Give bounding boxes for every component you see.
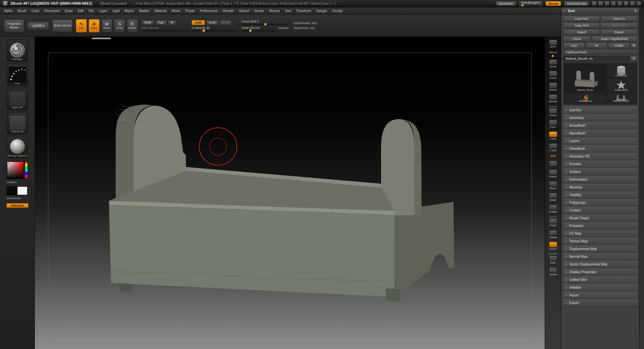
material-palette-icon[interactable] — [624, 1, 629, 6]
shelf-toggle[interactable]: Dynamic Solo — [545, 252, 561, 266]
panel-reload-icon[interactable]: ↻ — [634, 8, 637, 13]
tool-thumb-referal[interactable]: Referal_Zbrush — [607, 93, 636, 103]
z-intensity-slider[interactable]: Z Intensity 25 — [192, 26, 238, 32]
focal-shift-slider[interactable]: Focal Shift 0 — [242, 20, 289, 25]
shelf-toggle[interactable]: XYZ — [545, 153, 561, 159]
subpalette-header[interactable]: ▸ FiberMesh — [563, 145, 637, 153]
shelf-toggle[interactable]: Dynamic Persp — [545, 105, 561, 118]
menu-item[interactable]: Material — [155, 9, 167, 13]
shelf-toggle[interactable]: Scroll — [545, 58, 561, 70]
menu-item[interactable]: Transform — [296, 9, 311, 13]
subpalette-header[interactable]: ▸ Export — [563, 299, 637, 307]
menu-item[interactable]: Stencil — [239, 9, 249, 13]
menu-item[interactable]: Draw — [65, 9, 72, 13]
subpalette-header[interactable]: ▸ Contact — [563, 207, 637, 214]
brush-selector[interactable]: Standard — [7, 40, 28, 62]
panel-collapse-icon[interactable]: « — [563, 9, 565, 13]
texture-palette-icon[interactable] — [598, 1, 603, 6]
alpha-selector[interactable]: Alpha Off — [7, 88, 28, 110]
scale-button[interactable]: S Scale — [114, 19, 125, 33]
subpalette-header[interactable]: ▸ Display Properties — [563, 268, 637, 276]
shelf-toggle[interactable]: Xpose — [545, 266, 561, 278]
subpalette-header[interactable]: ▸ Import — [563, 291, 637, 299]
goz-r-button[interactable]: R — [631, 43, 637, 48]
stroke-selector[interactable]: Dots — [7, 64, 28, 86]
shelf-toggle[interactable]: Local — [545, 130, 561, 142]
menu-item[interactable]: Edit — [78, 9, 84, 13]
subpalette-header[interactable]: ▸ Geometry HD — [563, 153, 637, 160]
shelf-toggle[interactable]: Rotate — [545, 203, 561, 215]
subpalette-header[interactable]: ▸ Polypaint — [563, 222, 637, 230]
goz-all-button[interactable]: All — [586, 43, 607, 48]
subpalette-header[interactable]: ▸ Texture Map — [563, 237, 637, 245]
secondary-color-swatch[interactable] — [17, 186, 28, 195]
main-color-swatch[interactable] — [7, 186, 17, 195]
canvas-scrollbar[interactable] — [92, 38, 111, 39]
menu-item[interactable]: Preferences — [200, 9, 218, 13]
brush-palette-icon[interactable] — [592, 1, 597, 6]
make-polymesh3d-button[interactable]: Make PolyMesh3D — [592, 36, 637, 42]
subpalette-header[interactable]: ▸ Preview — [563, 160, 637, 168]
edit-button[interactable]: ✎ Edit — [76, 19, 87, 33]
clone-button[interactable]: Clone — [563, 36, 591, 42]
m-button[interactable]: M — [168, 20, 176, 25]
import-button[interactable]: Import — [563, 29, 600, 35]
subpalette-header[interactable]: ▸ Polygroups — [563, 199, 637, 207]
menu-item[interactable]: Tool — [285, 9, 291, 13]
switch-color[interactable] — [7, 186, 28, 195]
mrgb-button[interactable]: Mrgb — [141, 20, 154, 25]
shelf-toggle[interactable]: Ghost — [545, 240, 561, 252]
alpha-palette-icon[interactable] — [604, 1, 609, 6]
material-selector[interactable]: MatCap GreenClay — [7, 136, 28, 158]
save-as-button[interactable]: Save As — [601, 16, 637, 21]
menu-item[interactable]: Picker — [185, 9, 195, 13]
subpalette-header[interactable]: ▸ Vector Displacement Map — [563, 260, 637, 268]
goz-visible-button[interactable]: Visible — [608, 43, 630, 48]
shelf-toggle[interactable]: Scale — [545, 191, 561, 203]
shelf-toggle[interactable]: SPix 3 — [545, 50, 561, 58]
draw-size-slider[interactable]: Draw Size 64 Dynamic — [242, 26, 289, 32]
active-tool-name[interactable]: Referal_Zbrush. 41 — [563, 56, 630, 61]
zadd-button[interactable]: Zadd — [192, 20, 205, 25]
quicksave-button[interactable]: QuickSave — [495, 1, 516, 6]
subpalette-header[interactable]: ▸ NanoMesh — [563, 129, 637, 137]
paste-tool-button[interactable]: Paste Tool — [601, 22, 637, 28]
menu-item[interactable]: Render — [223, 9, 234, 13]
shelf-toggle[interactable]: Floor — [545, 118, 561, 130]
subpalette-header[interactable]: ▸ Morph Target — [563, 214, 637, 222]
draw-button[interactable]: ⊕ Draw — [89, 19, 100, 33]
subpalette-header[interactable]: ▸ ArrayMesh — [563, 122, 637, 129]
right-tray-divider[interactable] — [639, 7, 644, 349]
zsub-button[interactable]: Zsub — [206, 20, 219, 25]
export-button[interactable]: Export — [601, 29, 637, 35]
menu-item[interactable]: File — [89, 9, 94, 13]
goz-button[interactable]: GoZ — [563, 43, 585, 48]
subpalette-header[interactable]: ▸ Masking — [563, 183, 637, 191]
menu-item[interactable]: Stroke — [254, 9, 264, 13]
projection-master-button[interactable]: Projection Master — [4, 19, 24, 32]
shelf-toggle[interactable]: Actual — [545, 81, 561, 93]
load-tool-button[interactable]: Load Tool — [563, 16, 600, 21]
quick-sketch-button[interactable]: Quick Sketch — [52, 19, 72, 32]
menu-item[interactable]: Brush — [18, 9, 26, 13]
rgb-intensity-slider[interactable]: Rgb Intensity — [141, 26, 188, 32]
menu-item[interactable]: Zplugin — [316, 9, 327, 13]
shelf-toggle[interactable]: BPR — [545, 38, 561, 50]
subpalette-header[interactable]: ▸ Layers — [563, 137, 637, 145]
alternate-button[interactable]: Alternate — [6, 203, 29, 208]
shelf-toggle[interactable] — [545, 159, 561, 168]
subpalette-header[interactable]: ▸ Displacement Map — [563, 245, 637, 253]
lightbox-button[interactable]: LightBox — [28, 22, 49, 30]
subpalette-header[interactable]: ▸ SubTool — [563, 106, 637, 114]
stroke-palette-icon[interactable] — [611, 1, 616, 6]
subpalette-header[interactable]: ▸ Normal Map — [563, 253, 637, 260]
see-through-slider[interactable]: See-through 0 — [519, 1, 543, 6]
tool-thumb-simplebrush[interactable]: S SimpleBrush — [565, 93, 606, 103]
texture-selector[interactable]: Texture Off — [7, 112, 28, 134]
tool-thumb-current[interactable]: Referal_Zbrush — [565, 64, 606, 92]
saturation-square[interactable] — [7, 162, 24, 179]
shelf-toggle[interactable]: Transp — [545, 229, 561, 240]
color-palette-icon[interactable] — [617, 1, 622, 6]
shelf-toggle[interactable]: Line Fill PolyF — [545, 215, 561, 229]
menu-item[interactable]: Alpha — [4, 9, 13, 13]
